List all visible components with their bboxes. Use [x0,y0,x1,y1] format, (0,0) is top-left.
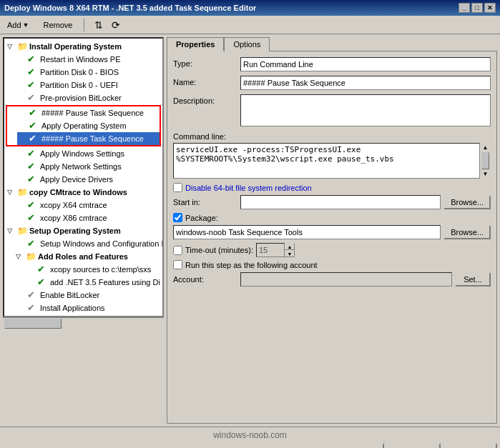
title-text: Deploy Windows 8 X64 RTM - .NET 3.5 adde… [4,4,256,12]
account-input[interactable] [240,272,452,287]
timeout-checkbox[interactable] [173,246,182,255]
tree-item-restart-winpe[interactable]: ✔ Restart in Windows PE [16,53,161,66]
disable64-checkbox[interactable] [173,183,182,192]
tree-item-partition-uefi[interactable]: ✔ Partition Disk 0 - UEFI [16,79,161,91]
group-add-roles-text: Add Roles and Features [38,252,128,261]
tree-item-pause1[interactable]: ✔ ##### Pause Task Sequence [17,106,160,119]
tree-item-apply-win-settings[interactable]: ✔ Apply Windows Settings [16,147,161,160]
add-menu[interactable]: Add ▼ [3,19,34,31]
scroll-down-btn[interactable]: ▼ [480,171,491,179]
package-label: Package: [185,214,218,222]
group-install-os-label[interactable]: ▽ 📁 Install Operating System [6,40,161,53]
name-input[interactable] [240,76,491,90]
timeout-value-input[interactable] [256,243,285,257]
tree-item-xcopy-x86-label: xcopy X86 cmtrace [40,214,107,222]
tree-item-apply-os[interactable]: ✔ Apply Operating System [17,119,160,132]
timeout-down-btn[interactable]: ▼ [285,250,295,257]
package-input[interactable] [173,225,441,239]
move-up-down-icon[interactable]: ⇅ [92,18,106,32]
tree-item-xcopy-x86[interactable]: ✔ xcopy X86 cmtrace [16,211,161,224]
startin-input[interactable] [240,195,441,209]
tree-item-apply-drivers[interactable]: ✔ Apply Device Drivers [16,173,161,186]
toolbar-separator [84,19,84,31]
tree-item-pause1-label: ##### Pause Task Sequence [41,109,144,117]
tab-options[interactable]: Options [224,37,270,51]
roles-children: ✔ xcopy sources to c:\temp\sxs ✔ add .NE… [26,263,161,289]
group-add-roles-label[interactable]: ▽ 📁 Add Roles and Features [16,250,161,263]
cancel-button[interactable]: Cancel [387,443,441,448]
tree-item-install-apps[interactable]: ✔ Install Applications [16,302,161,314]
group-cmtrace-label[interactable]: ▽ 📁 copy CMtrace to Windows [6,186,161,199]
package-browse-button[interactable]: Browse... [443,225,491,239]
scrollbar-thumb[interactable] [4,319,62,329]
description-input[interactable] [240,94,491,126]
apply-button[interactable]: Apply [443,443,497,448]
tree-item-xcopy-sources[interactable]: ✔ xcopy sources to c:\temp\sxs [26,263,161,276]
cmd-scrollbar[interactable]: ▲ ▼ [479,143,491,179]
tree-item-apply-net-settings[interactable]: ✔ Apply Network Settings [16,160,161,173]
timeout-up-btn[interactable]: ▲ [285,243,295,250]
check-icon-preprovision: ✔ [27,92,39,104]
tree-item-setup-win-label: Setup Windows and Configuration M [40,239,164,248]
disable64-link[interactable]: Disable 64-bit file system redirection [185,184,312,192]
remove-menu[interactable]: Remove [39,19,77,31]
tree-item-setup-win-config[interactable]: ✔ Setup Windows and Configuration M [16,237,161,250]
check-icon-enable-bitlocker: ✔ [27,289,39,301]
folder-setup-os-icon: 📁 [17,226,28,236]
right-panel: Properties Options Type: Name: [167,37,497,424]
horizontal-scrollbar[interactable] [3,317,164,329]
tree-item-restart-winpe-label: Restart in Windows PE [40,55,120,64]
expand-roles-icon: ▽ [16,253,26,260]
tree-item-pause2[interactable]: ✔ ##### Pause Task Sequence [17,132,160,145]
type-row: Type: [173,57,491,71]
tree-item-enable-bitlocker[interactable]: ✔ Enable BitLocker [16,289,161,302]
bottom-buttons: OK Cancel Apply [3,443,497,448]
minimize-button[interactable]: _ [459,3,470,13]
tree-item-partition-bios[interactable]: ✔ Partition Disk 0 - BIOS [16,66,161,79]
cmd-input[interactable]: serviceUI.exe -process:TSProgressUI.exe … [173,143,491,179]
group-setup-os-label[interactable]: ▽ 📁 Setup Operating System [6,224,161,237]
runas-checkbox[interactable] [173,260,182,269]
tree-item-install-apps-label: Install Applications [40,304,105,312]
check-icon-add-net35: ✔ [37,277,49,288]
package-section: Package: Browse... [173,213,491,239]
check-icon-apply-win: ✔ [27,148,39,159]
tree-item-partition-bios-label: Partition Disk 0 - BIOS [40,68,119,76]
runas-row: Run this step as the following account [173,260,491,269]
tab-properties[interactable]: Properties [167,37,224,51]
ok-button[interactable]: OK [330,443,384,448]
tree-item-xcopy-x64-label: xcopy X64 cmtrace [40,201,107,209]
package-checkbox-row: Package: [173,213,491,222]
folder-roles-icon: 📁 [26,252,36,262]
scroll-up-btn[interactable]: ▲ [480,143,491,151]
setup-os-children: ✔ Setup Windows and Configuration M ▽ 📁 … [16,237,161,314]
account-set-button[interactable]: Set... [455,272,491,287]
close-button[interactable]: ✕ [484,3,496,13]
check-icon-install-apps: ✔ [27,302,39,314]
name-row: Name: [173,76,491,90]
maximize-button[interactable]: □ [471,3,483,13]
expand-setup-os-icon: ▽ [7,227,17,234]
package-checkbox[interactable] [173,213,182,222]
check-icon-partition-uefi: ✔ [27,79,39,91]
disable64-row: Disable 64-bit file system redirection [173,183,491,192]
tree-item-preprovision[interactable]: ✔ Pre-provision BitLocker [16,91,161,104]
type-label: Type: [173,57,237,68]
cmtrace-children: ✔ xcopy X64 cmtrace ✔ xcopy X86 cmtrace [16,199,161,224]
account-row: Account: Set... [173,272,491,287]
check-icon-xcopy-x64: ✔ [27,199,39,211]
timeout-spinner-btns: ▲ ▼ [285,243,295,257]
name-field [240,76,491,90]
tree-item-add-net35[interactable]: ✔ add .NET 3.5 Features using Di [26,276,161,289]
type-input[interactable] [240,57,491,71]
red-box-children: ✔ ##### Pause Task Sequence ✔ Apply Oper… [17,106,160,145]
tree-item-xcopy-x64[interactable]: ✔ xcopy X64 cmtrace [16,199,161,211]
refresh-icon[interactable]: ⟳ [109,18,123,32]
disable64-label: Disable 64-bit file system redirection [185,184,312,192]
group-install-os: ▽ 📁 Install Operating System ✔ Restart i… [6,40,161,104]
timeout-spinner: ▲ ▼ [256,243,295,257]
tree-item-pause2-label: ##### Pause Task Sequence [41,134,144,143]
package-field-row: Browse... [173,225,491,239]
startin-browse-button[interactable]: Browse... [443,195,491,209]
check-icon-apply-drivers: ✔ [27,174,39,185]
